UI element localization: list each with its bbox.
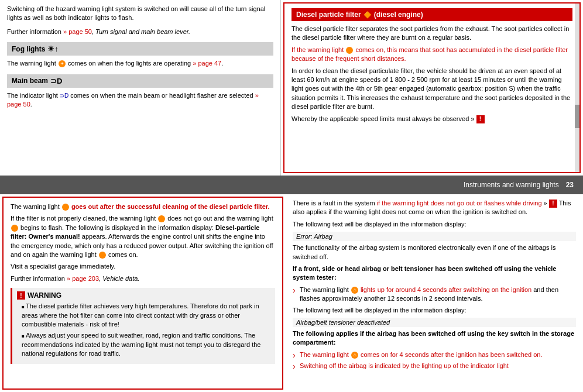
section-title: Instruments and warning lights (464, 181, 559, 189)
bottom-right-p6: The following applies if the airbag has … (293, 329, 576, 348)
bottom-right-panel: There is a fault in the system if the wa… (286, 194, 583, 392)
error-airbag-subheading: Error: Airbag (293, 232, 576, 241)
arrow-item-2: The warning light ⚠ comes on for 4 secon… (293, 350, 576, 359)
fault-warning-icon: ! (549, 200, 557, 208)
bottom-left-link[interactable]: » page 203 (67, 275, 99, 282)
diesel-warning-exclamation: ! (476, 115, 485, 123)
bottom-warning-icon3 (11, 225, 18, 232)
page-divider: Instruments and warning lights 23 (0, 176, 583, 194)
scrollbar-thumb[interactable] (575, 105, 579, 128)
bottom-warning-icon2 (158, 215, 165, 222)
bottom-section: The warning light goes out after the suc… (0, 194, 583, 392)
fog-lights-heading: Fog lights ☀↑ (7, 42, 273, 56)
diesel-p3: In order to clean the diesel particulate… (292, 67, 572, 112)
bottom-warning-icon1 (62, 204, 69, 211)
bottom-left-p1: The warning light goes out after the suc… (11, 202, 275, 211)
warning-bullet1: The diesel particle filter achieves very… (17, 302, 270, 329)
bottom-right-p1: There is a fault in the system if the wa… (293, 199, 576, 217)
fog-light-icon: ☀ (59, 60, 66, 67)
bottom-right-p2: The following text will be displayed in … (293, 220, 576, 229)
hazard-link[interactable]: » page 50 (63, 28, 92, 35)
diesel-heading: Diesel particle filter 🔶 (diesel engine) (292, 8, 572, 21)
top-section: Switching off the hazard warning light s… (0, 0, 583, 176)
warning-title-text: WARNING (28, 291, 61, 300)
arrow-item-3: Switching off the airbag is indicated by… (293, 362, 576, 370)
diesel-heading-text: Diesel particle filter (296, 11, 361, 19)
bottom-warning-icon4 (99, 252, 106, 259)
warning-box: ! WARNING The diesel particle filter ach… (11, 288, 275, 364)
fog-heading-text: Fog lights (12, 45, 45, 53)
fog-description: The warning light ☀ comes on when the fo… (7, 59, 273, 68)
bottom-left-further: Further information » page 203, Vehicle … (11, 274, 275, 283)
mainbeam-indicator-icon: ⊃D (60, 92, 68, 99)
diesel-subheading-text: (diesel engine) (374, 11, 423, 19)
further-info-hazard: Further information » page 50, Turn sign… (7, 27, 273, 36)
page-number: 23 (566, 181, 574, 189)
airbag-warning-icon1: ⚠ (351, 287, 358, 294)
mainbeam-description: The indicator light ⊃D comes on when the… (7, 91, 273, 109)
fog-icon: ☀↑ (47, 44, 59, 53)
bottom-right-p3: The functionality of the airbag system i… (293, 243, 576, 262)
intro-paragraph: Switching off the hazard warning light s… (7, 5, 273, 23)
warning-title: ! WARNING (17, 291, 270, 300)
page-wrapper: Switching off the hazard warning light s… (0, 0, 583, 392)
warning-bullet2: Always adjust your speed to suit weather… (17, 331, 270, 358)
mainbeam-icon: ⊃D (50, 77, 62, 85)
airbag-deactivated-subheading: Airbag/belt tensioner deactivated (293, 318, 576, 327)
diesel-p1: The diesel particle filter separates the… (292, 25, 572, 43)
bottom-left-p2: If the filter is not properly cleaned, t… (11, 214, 275, 259)
diesel-warning-icon1 (346, 47, 353, 54)
airbag-warning-icon2: ⚠ (351, 352, 358, 359)
diesel-p4: Whereby the applicable speed limits must… (292, 115, 572, 123)
bottom-right-p4: If a front, side or head airbag or belt … (293, 264, 576, 283)
mainbeam-page-link[interactable]: » page 50 (7, 92, 259, 108)
warning-icon: ! (17, 291, 25, 300)
scrollbar[interactable] (575, 4, 579, 172)
top-right-panel: Diesel particle filter 🔶 (diesel engine)… (283, 2, 581, 173)
main-beam-heading: Main beam ⊃D (7, 74, 273, 88)
diesel-engine-icon: 🔶 (363, 11, 372, 19)
diesel-p2: If the warning light comes on, this mean… (292, 46, 572, 64)
fog-page-link[interactable]: » page 47 (193, 60, 221, 67)
mainbeam-heading-text: Main beam (12, 77, 48, 85)
bottom-right-p5: The following text will be displayed in … (293, 306, 576, 315)
bottom-left-panel: The warning light goes out after the suc… (2, 197, 283, 390)
top-left-panel: Switching off the hazard warning light s… (0, 0, 281, 176)
arrow-item-1: The warning light ⚠ lights up for around… (293, 286, 576, 304)
bottom-left-p3: Visit a specialist garage immediately. (11, 262, 275, 271)
